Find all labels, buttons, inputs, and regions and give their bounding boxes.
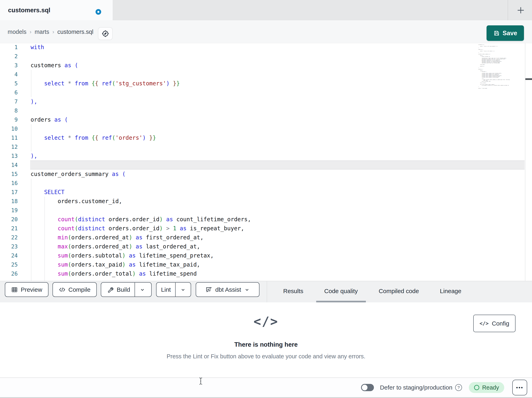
tab-strip: customers.sql: [0, 0, 532, 20]
line-number: 24: [0, 251, 18, 260]
line-number: 7: [0, 97, 18, 106]
save-floppy-icon: [493, 30, 500, 36]
breadcrumb-item-customers-sql[interactable]: customers.sql: [57, 29, 93, 35]
build-button-main[interactable]: Build: [103, 283, 134, 297]
dbt-copilot-button[interactable]: [98, 27, 113, 40]
code-line-26[interactable]: sum(orders.order_total) as lifetime_spen…: [31, 269, 197, 278]
code-line-22[interactable]: min(orders.ordered_at) as first_ordered_…: [31, 233, 203, 242]
line-number: 18: [0, 197, 18, 206]
toolbar-tabs-divider: [267, 281, 267, 302]
line-number: 15: [0, 170, 18, 179]
line-number: 13: [0, 151, 18, 160]
tab-results[interactable]: Results: [275, 281, 311, 302]
compass-icon: [101, 29, 110, 38]
table-grid-icon: [11, 286, 18, 293]
breadcrumb-row: models›marts›customers.sql Save: [0, 20, 532, 43]
code-line-13[interactable]: ),: [31, 151, 38, 160]
code-editor[interactable]: 1234567891011121314151617181920212223242…: [0, 43, 532, 281]
tab-compiled-code[interactable]: Compiled code: [371, 281, 427, 302]
config-button-label: Config: [492, 320, 509, 327]
chevron-down-icon: [180, 287, 186, 293]
code-line-11[interactable]: select * from {{ ref('orders') }}: [31, 133, 156, 142]
empty-state-title: There is nothing here: [0, 341, 532, 348]
line-number: 12: [0, 142, 18, 151]
plus-icon: [516, 6, 525, 15]
code-line-1[interactable]: with: [31, 43, 44, 52]
code-line-9[interactable]: orders as (: [31, 115, 68, 124]
code-line-17[interactable]: SELECT: [31, 188, 64, 197]
status-badge: Ready: [469, 382, 504, 393]
line-number: 1: [0, 43, 18, 52]
file-tab-customers-sql[interactable]: customers.sql: [0, 0, 113, 20]
breadcrumb-item-marts[interactable]: marts: [35, 29, 49, 35]
code-line-7[interactable]: ),: [31, 97, 38, 106]
line-number: 2: [0, 52, 18, 61]
line-number: 16: [0, 179, 18, 188]
code-line-25[interactable]: sum(orders.tax_paid) as lifetime_tax_pai…: [31, 260, 200, 269]
chevron-down-icon: [244, 287, 250, 293]
line-number: 14: [0, 160, 18, 170]
ready-circle-icon: [474, 385, 479, 390]
ready-label: Ready: [482, 384, 499, 391]
tab-code-quality[interactable]: Code quality: [316, 281, 366, 302]
tabstrip-divider: [508, 0, 508, 20]
build-button[interactable]: Build: [101, 282, 152, 297]
line-number: 19: [0, 206, 18, 215]
lint-button-label: Lint: [161, 286, 171, 293]
code-line-24[interactable]: sum(orders.subtotal) as lifetime_spend_p…: [31, 251, 214, 260]
unsaved-changes-dot-icon: [95, 9, 101, 15]
line-number: 8: [0, 106, 18, 115]
text-cursor-icon: [198, 377, 203, 385]
build-dropdown-button[interactable]: [134, 283, 150, 297]
config-button[interactable]: </> Config: [473, 315, 515, 332]
toggle-knob-icon: [362, 385, 367, 390]
dbt-assist-button[interactable]: dbt Assist: [196, 282, 260, 297]
tab-lineage[interactable]: Lineage: [432, 281, 469, 302]
line-number: 10: [0, 124, 18, 133]
more-options-button[interactable]: •••: [512, 380, 527, 395]
help-icon[interactable]: ?: [455, 384, 462, 391]
code-brackets-icon: </>: [480, 320, 488, 326]
defer-toggle[interactable]: [361, 384, 374, 391]
defer-label: Defer to staging/production: [380, 384, 452, 391]
line-number: 26: [0, 269, 18, 278]
code-brackets-icon: [59, 286, 66, 293]
line-number: 20: [0, 215, 18, 224]
preview-button[interactable]: Preview: [5, 282, 49, 297]
scrollbar-marker: [525, 78, 532, 80]
lint-button[interactable]: Lint: [156, 282, 191, 297]
code-line-23[interactable]: max(orders.ordered_at) as last_ordered_a…: [31, 242, 200, 251]
result-tabs: ResultsCode qualityCompiled codeLineage: [275, 281, 469, 302]
active-line-highlight: [30, 160, 525, 170]
dbt-assist-button-label: dbt Assist: [215, 286, 241, 293]
preview-button-label: Preview: [21, 286, 42, 293]
breadcrumb: models›marts›customers.sql: [8, 20, 93, 43]
lint-dropdown-button[interactable]: [175, 283, 190, 297]
compile-button[interactable]: Compile: [52, 282, 97, 297]
breadcrumb-separator-icon: ›: [30, 29, 32, 35]
ellipsis-icon: •••: [516, 385, 523, 391]
minimap[interactable]: with customers as ( select * from {{ ref…: [478, 43, 511, 89]
breadcrumb-item-models[interactable]: models: [8, 29, 26, 35]
code-line-21[interactable]: count(distinct orders.order_id) > 1 as i…: [31, 224, 244, 233]
ide-window: customers.sql models›marts›customers.sql: [0, 0, 532, 398]
code-line-3[interactable]: customers as (: [31, 61, 78, 70]
code-line-15[interactable]: customer_orders_summary as (: [31, 170, 126, 179]
code-line-20[interactable]: count(distinct orders.order_id) as count…: [31, 215, 251, 224]
wrench-icon: [107, 286, 114, 293]
chat-sparkle-icon: [205, 286, 212, 293]
status-bar: Defer to staging/production ? Ready •••: [0, 378, 532, 397]
lint-button-main[interactable]: Lint: [157, 283, 175, 297]
line-number: 4: [0, 70, 18, 79]
file-tab-title: customers.sql: [8, 7, 50, 14]
results-panel: </> There is nothing here Press the Lint…: [0, 302, 532, 378]
line-number: 6: [0, 88, 18, 97]
code-line-5[interactable]: select * from {{ ref('stg_customers') }}: [31, 79, 180, 88]
new-tab-button[interactable]: [512, 2, 529, 19]
code-line-18[interactable]: orders.customer_id,: [31, 197, 122, 206]
breadcrumb-separator-icon: ›: [52, 29, 54, 35]
line-number: 21: [0, 224, 18, 233]
line-number: 11: [0, 133, 18, 142]
line-number: 17: [0, 188, 18, 197]
save-button[interactable]: Save: [487, 25, 524, 41]
